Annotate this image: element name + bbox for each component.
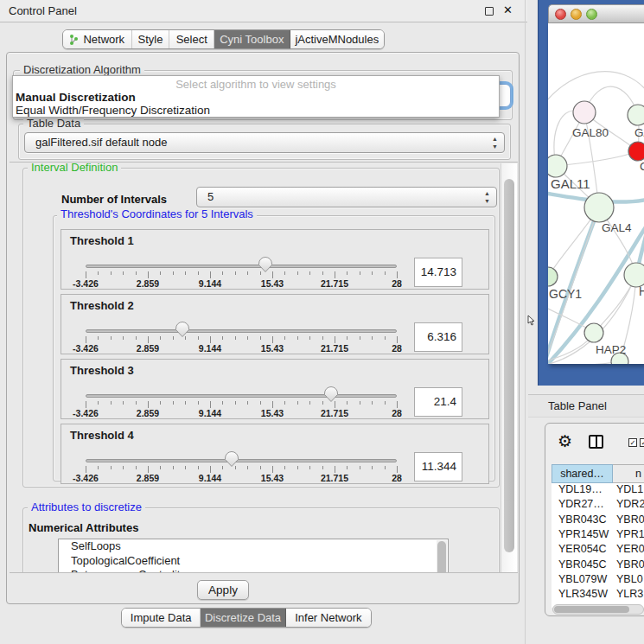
node-gal11[interactable] <box>548 155 567 177</box>
slider-tick <box>347 271 348 275</box>
zoom-traffic-light-icon[interactable] <box>586 9 597 20</box>
list-scrollbar-thumb[interactable] <box>437 541 446 573</box>
attribute-list-item[interactable]: TopologicalCoefficient <box>59 554 448 569</box>
table-row[interactable]: YBR043CYBR0 <box>552 513 644 528</box>
threshold-1-value[interactable]: 14.713 <box>414 258 462 287</box>
algorithm-dropdown-popup: Select algorithm to view settings Manual… <box>12 75 500 118</box>
column-header-name[interactable]: n <box>613 464 644 483</box>
slider-tick <box>222 271 223 275</box>
slider-tick-labels: -3.4262.8599.14415.4321.71528 <box>86 343 397 354</box>
table-row[interactable]: YER054CYER0 <box>552 543 644 558</box>
table-row[interactable]: YDR27…YDR2 <box>552 498 644 513</box>
cell-name: YDL1 <box>616 483 643 495</box>
threshold-3-value[interactable]: 21.4 <box>414 387 462 417</box>
column-header-shared-name[interactable]: shared… <box>552 464 613 483</box>
list-scrollbar[interactable] <box>437 540 447 573</box>
close-traffic-light-icon[interactable] <box>555 9 566 20</box>
number-of-intervals-spinner[interactable]: 5 ▲▼ <box>196 187 497 207</box>
threshold-4-slider-track[interactable] <box>86 459 397 462</box>
tab-select[interactable]: Select <box>169 30 214 48</box>
node-partial-top-right[interactable] <box>628 105 644 125</box>
slider-tick <box>185 336 186 340</box>
slider-tick <box>136 336 137 340</box>
slider-tick <box>260 271 261 275</box>
tab-discretize-data[interactable]: Discretize Data <box>201 609 285 627</box>
tab-cyni-toolbox[interactable]: Cyni Toolbox <box>214 30 290 48</box>
checkbox-icon[interactable]: ✓ <box>628 438 637 447</box>
threshold-2-slider-track[interactable] <box>86 329 397 333</box>
node-red-selected[interactable] <box>628 142 644 161</box>
slider-tick-label: 9.144 <box>199 473 221 483</box>
table-row[interactable]: YBR045CYBR0 <box>552 558 644 573</box>
tab-infer-network[interactable]: Infer Network <box>286 609 371 627</box>
threshold-1-label: Threshold 1 <box>70 234 134 247</box>
algorithm-option-manual[interactable]: Manual Discretization <box>16 91 136 104</box>
network-canvas[interactable]: GAL80 GA C GAL11 GAL4 GCY1 H HAP2 <box>548 23 644 364</box>
settings-scrollbar-thumb[interactable] <box>504 179 514 552</box>
slider-tick <box>111 336 112 340</box>
table-panel: ⚙ ✓ ✓ shared… n YDL19…YDL1YDR27…YDR2YBR0… <box>545 423 644 616</box>
table-hscrollbar[interactable] <box>552 604 644 615</box>
table-row[interactable]: YBL079WYBL0 <box>552 573 644 588</box>
slider-tick <box>210 466 211 473</box>
threshold-3-slider-track[interactable] <box>86 394 397 398</box>
slider-tick-labels: -3.4262.8599.14415.4321.71528 <box>86 473 397 483</box>
threshold-3-slider-handle[interactable] <box>323 386 339 403</box>
settings-viewport: Number of Intervals 5 ▲▼ Threshold 1 -3.… <box>10 162 518 573</box>
threshold-1-slider-handle[interactable] <box>258 256 273 273</box>
attributes-groupbox: Numerical Attributes SelfLoopsTopologica… <box>22 507 500 573</box>
slider-tick <box>309 466 310 469</box>
tab-style[interactable]: Style <box>132 30 170 48</box>
threshold-4-slider-handle[interactable] <box>224 450 239 468</box>
table-row[interactable]: YDL19…YDL1 <box>552 483 644 498</box>
checkbox-icon-2[interactable]: ✓ <box>640 438 644 447</box>
slider-tick-label: -3.426 <box>73 408 99 418</box>
gear-icon[interactable]: ⚙ <box>558 431 572 451</box>
threshold-2-slider-handle[interactable] <box>175 321 190 338</box>
panel-divider[interactable] <box>525 0 526 644</box>
float-window-icon[interactable] <box>485 7 494 16</box>
cell-shared-name: YLR345W <box>558 588 608 600</box>
slider-tick <box>335 466 335 473</box>
table-data-combo[interactable]: galFiltered.sif default node ▲▼ <box>24 132 505 153</box>
cell-shared-name: YDL19… <box>558 483 603 495</box>
slider-tick <box>360 271 360 275</box>
tab-select-label: Select <box>176 33 207 46</box>
numerical-attributes-list[interactable]: SelfLoopsTopologicalCoefficientBetweenne… <box>58 539 449 573</box>
slider-tick <box>160 336 161 340</box>
tab-network[interactable]: Network <box>63 30 132 48</box>
node-gcy1[interactable] <box>548 267 558 286</box>
attribute-list-item[interactable]: SelfLoops <box>59 539 448 554</box>
node-hap2[interactable] <box>584 323 603 342</box>
slider-tick <box>385 271 386 275</box>
node-gal80[interactable] <box>573 101 596 124</box>
apply-button[interactable]: Apply <box>197 580 249 600</box>
threshold-1-slider-track[interactable] <box>86 265 397 268</box>
table-row[interactable]: YLR345WYLR3 <box>552 588 644 603</box>
slider-tick <box>86 271 86 278</box>
slider-tick <box>222 336 223 340</box>
node-h-partial[interactable] <box>624 263 644 287</box>
threshold-4-value[interactable]: 11.344 <box>414 452 462 481</box>
minimize-traffic-light-icon[interactable] <box>571 9 582 20</box>
slider-tick-label: 9.144 <box>199 343 221 354</box>
node-gal4[interactable] <box>584 193 614 222</box>
table-hscrollbar-thumb[interactable] <box>554 606 629 613</box>
settings-scrollbar[interactable] <box>501 163 517 573</box>
slider-tick-label: 28 <box>392 278 402 289</box>
slider-tick-label: 28 <box>392 408 402 418</box>
attribute-list-item[interactable]: BetweennessCentrality <box>59 568 448 573</box>
close-icon[interactable]: ✕ <box>503 3 513 16</box>
slider-tick <box>297 271 298 275</box>
slider-tick <box>347 336 348 340</box>
threshold-2-value[interactable]: 6.316 <box>414 322 462 352</box>
cell-shared-name: YBR043C <box>558 513 607 526</box>
tab-jactivemnodules[interactable]: jActiveMNodules <box>290 30 384 48</box>
network-window-titlebar[interactable] <box>548 4 644 23</box>
slider-tick-label: -3.426 <box>73 343 99 354</box>
table-row[interactable]: YPR145WYPR1 <box>552 528 644 543</box>
tab-impute-data[interactable]: Impute Data <box>122 609 201 627</box>
algorithm-option-equal-width[interactable]: Equal Width/Frequency Discretization <box>16 104 210 117</box>
columns-icon[interactable] <box>589 435 603 449</box>
slider-tick <box>98 271 99 275</box>
